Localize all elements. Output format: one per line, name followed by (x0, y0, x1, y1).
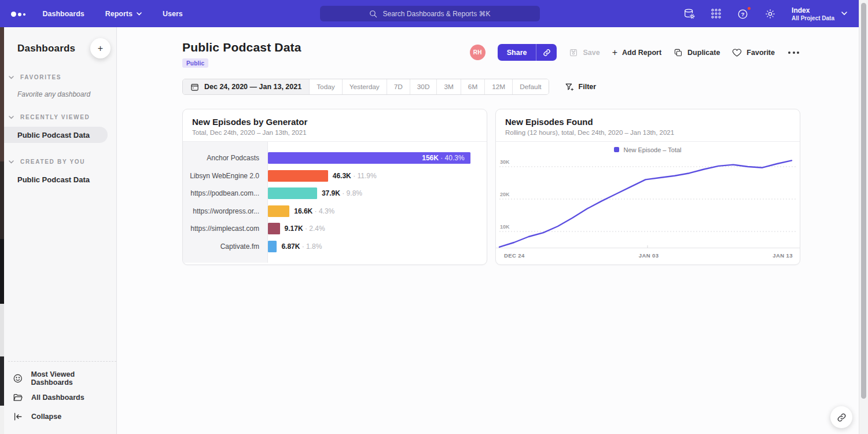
search-placeholder: Search Dashboards & Reports ⌘K (382, 10, 490, 18)
bar-segment[interactable] (268, 187, 317, 199)
add-report-label: Add Report (622, 49, 661, 57)
sidebar-item-label: Public Podcast Data (17, 131, 90, 139)
line-series[interactable] (499, 160, 792, 247)
sidebar-item-label: Public Podcast Data (17, 175, 90, 184)
main-content: Public Podcast Data Public RH Share (117, 27, 859, 434)
preset-6m[interactable]: 6M (461, 79, 484, 94)
nav-item-reports[interactable]: Reports (105, 10, 142, 18)
save-label: Save (583, 49, 599, 57)
favorite-label: Favorite (746, 49, 775, 57)
section-favorites: FAVORITES Favorite any dashboard (0, 74, 116, 98)
save-icon (569, 48, 578, 57)
bar-track: 156K · 40.3% (268, 152, 487, 164)
project-switcher[interactable]: Index All Project Data (792, 6, 847, 21)
top-navbar: Dashboards Reports Users Search Dashboar… (0, 0, 859, 27)
bar-segment[interactable]: 156K · 40.3% (268, 152, 470, 164)
bar-value-inside: 156K · 40.3% (422, 154, 470, 162)
scrollbar-thumb[interactable] (861, 3, 866, 399)
chevron-down-icon (137, 12, 142, 16)
section-recently-viewed: RECENTLY VIEWED Public Podcast Data (0, 114, 116, 143)
card-new-episodes-by-generator: New Episodes by Generator Total, Dec 24t… (182, 109, 487, 265)
collapse-label: Collapse (31, 413, 61, 421)
line-chart: 10K20K30K (496, 157, 800, 249)
data-manager-icon[interactable] (683, 8, 695, 20)
nav-label-reports: Reports (105, 10, 133, 18)
share-button[interactable]: Share (498, 44, 537, 61)
favorites-label: FAVORITES (20, 74, 61, 80)
bar-row: https://podbean.com...37.9K · 9.8% (183, 185, 487, 203)
chart-legend[interactable]: New Episode – Total (496, 142, 800, 157)
plus-icon: + (612, 48, 617, 57)
preset-yesterday[interactable]: Yesterday (342, 79, 387, 94)
bar-category-label: https://podbean.com... (183, 189, 268, 197)
preset-30d[interactable]: 30D (410, 79, 437, 94)
sidebar-item-public-podcast-data[interactable]: Public Podcast Data (0, 127, 108, 143)
apps-grid-icon[interactable] (711, 8, 722, 19)
preset-default[interactable]: Default (512, 79, 548, 94)
recently-viewed-section-header[interactable]: RECENTLY VIEWED (0, 114, 116, 120)
preset-today[interactable]: Today (309, 79, 341, 94)
save-button[interactable]: Save (569, 48, 599, 57)
nav-label-dashboards: Dashboards (43, 10, 84, 18)
card-title: New Episodes Found (505, 117, 790, 127)
preset-7d[interactable]: 7D (387, 79, 410, 94)
bar-track: 46.3K · 11.9% (268, 170, 487, 182)
filter-funnel-icon (565, 82, 574, 92)
collapse-arrow-icon (13, 411, 23, 422)
more-options-button[interactable] (787, 49, 800, 56)
svg-text:?: ? (741, 10, 745, 17)
collapse-sidebar-button[interactable]: Collapse (13, 407, 116, 426)
bar-category-label: https://wordpress.or... (183, 207, 268, 215)
filter-label: Filter (579, 83, 597, 91)
filter-button[interactable]: Filter (565, 82, 597, 92)
bar-category-label: Anchor Podcasts (183, 154, 268, 162)
svg-text:10K: 10K (500, 224, 510, 230)
date-range-control: Dec 24, 2020 — Jan 13, 2021 Today Yester… (182, 79, 549, 95)
global-search-input[interactable]: Search Dashboards & Reports ⌘K (320, 6, 540, 21)
bar-row: https://wordpress.or...16.6K · 4.3% (183, 203, 487, 220)
sidebar-footer: Most Viewed Dashboards All Dashboards Co… (8, 361, 116, 434)
owner-avatar[interactable]: RH (470, 45, 486, 60)
sidebar-item-public-podcast-data-created[interactable]: Public Podcast Data (0, 171, 116, 187)
page-scrollbar[interactable] (859, 0, 868, 434)
nav-item-users[interactable]: Users (163, 10, 183, 18)
project-name: Index (792, 6, 834, 15)
settings-gear-icon[interactable] (764, 8, 776, 20)
chevron-down-icon (841, 12, 847, 16)
heart-icon (732, 48, 742, 57)
share-label: Share (507, 49, 527, 57)
favorite-button[interactable]: Favorite (732, 48, 775, 57)
created-by-you-section-header[interactable]: CREATED BY YOU (0, 159, 116, 165)
nav-label-users: Users (163, 10, 183, 18)
bar-category-label: Libsyn WebEngine 2.0 (183, 172, 268, 180)
duplicate-button[interactable]: Duplicate (674, 48, 720, 57)
help-icon[interactable]: ? (737, 8, 749, 20)
notification-dot (746, 6, 752, 11)
page-title: Public Podcast Data (182, 41, 301, 54)
all-dashboards-button[interactable]: All Dashboards (13, 388, 116, 407)
bar-value-label: 37.9K · 9.8% (322, 189, 362, 197)
bar-row: Captivate.fm6.87K · 1.8% (183, 238, 487, 256)
bar-segment[interactable] (268, 170, 328, 182)
add-dashboard-button[interactable]: + (90, 38, 111, 58)
bar-segment[interactable] (268, 223, 280, 234)
bar-segment[interactable] (268, 205, 289, 217)
date-range-picker[interactable]: Dec 24, 2020 — Jan 13, 2021 (183, 79, 309, 94)
dashboard-actions: RH Share (470, 44, 800, 61)
navbar-right-cluster: ? Index All Project Data (683, 6, 859, 21)
favorites-empty-text: Favorite any dashboard (0, 80, 116, 98)
link-icon (837, 413, 847, 422)
bar-value-label: 16.6K · 4.3% (294, 207, 334, 215)
copy-share-link-button[interactable] (536, 44, 557, 61)
preset-12m[interactable]: 12M (484, 79, 512, 94)
floating-share-link-button[interactable] (830, 406, 852, 428)
most-viewed-dashboards-button[interactable]: Most Viewed Dashboards (13, 369, 116, 388)
bar-track: 37.9K · 9.8% (268, 187, 487, 199)
app-logo-icon[interactable] (11, 11, 25, 17)
add-report-button[interactable]: + Add Report (612, 48, 661, 57)
favorites-section-header[interactable]: FAVORITES (0, 74, 116, 80)
bar-segment[interactable] (268, 241, 277, 252)
nav-item-dashboards[interactable]: Dashboards (43, 10, 84, 18)
preset-3m[interactable]: 3M (436, 79, 460, 94)
all-dashboards-label: All Dashboards (31, 393, 84, 402)
